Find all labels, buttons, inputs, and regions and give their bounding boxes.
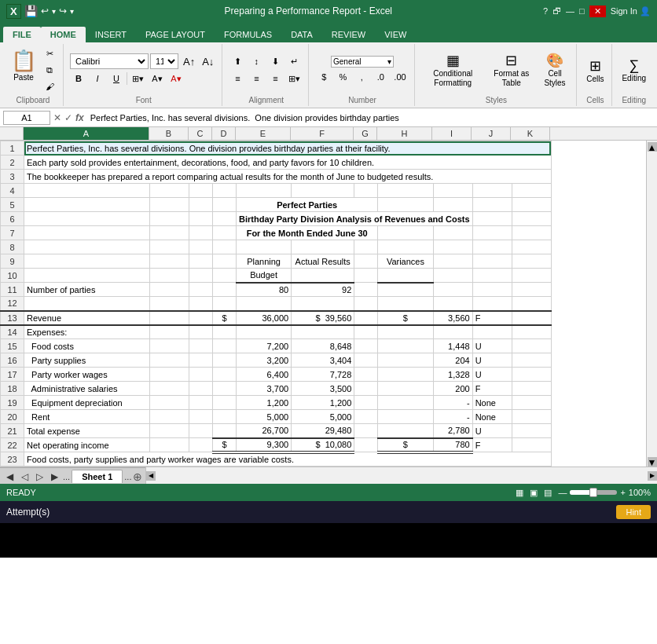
horizontal-scrollbar[interactable]: ◀ ▶ <box>145 467 657 484</box>
borders-button[interactable]: ⊞▾ <box>129 71 147 86</box>
maximize-button[interactable]: □ <box>579 6 585 16</box>
tab-view[interactable]: VIEW <box>375 27 416 42</box>
percent-button[interactable]: % <box>334 69 351 85</box>
align-top-button[interactable]: ⬆ <box>229 53 246 69</box>
cell-styles-button[interactable]: 🎨 Cell Styles <box>538 49 571 91</box>
align-left-button[interactable]: ≡ <box>229 71 246 86</box>
cell-d22[interactable]: $ <box>213 438 237 452</box>
cell-a14[interactable]: Expenses: <box>24 325 150 339</box>
cell-e19[interactable]: 1,200 <box>237 396 292 410</box>
hint-button[interactable]: Hint <box>616 505 651 519</box>
col-header-a[interactable]: A <box>24 127 149 140</box>
cell-i22[interactable]: 780 <box>433 438 472 452</box>
tab-page-layout[interactable]: PAGE LAYOUT <box>136 27 215 42</box>
cell-e17[interactable]: 6,400 <box>237 368 292 382</box>
cell-i21[interactable]: 2,780 <box>433 424 472 438</box>
cell-a4[interactable] <box>24 184 150 198</box>
cell-e15[interactable]: 7,200 <box>237 339 292 353</box>
col-header-c[interactable]: C <box>189 127 212 140</box>
number-format-selector[interactable]: General▾ <box>331 56 394 68</box>
paste-button[interactable]: 📋 Paste <box>8 46 39 94</box>
vertical-scrollbar[interactable]: ▲ ▼ <box>646 141 657 467</box>
undo-icon[interactable]: ↩ <box>41 5 49 16</box>
insert-function-icon[interactable]: fx <box>75 112 84 123</box>
cells-button[interactable]: ⊞ Cells <box>583 49 607 91</box>
col-header-h[interactable]: H <box>377 127 432 140</box>
comma-button[interactable]: , <box>353 69 370 85</box>
sign-in[interactable]: Sign In 👤 <box>611 6 651 16</box>
increase-font-size-button[interactable]: A↑ <box>180 53 198 69</box>
sheet-last-button[interactable]: ▶ <box>48 471 61 482</box>
cell-e13[interactable]: 36,000 <box>237 311 292 325</box>
tab-review[interactable]: REVIEW <box>322 27 375 42</box>
cell-i19[interactable]: - <box>433 396 472 410</box>
cell-i13[interactable]: 3,560 <box>433 311 472 325</box>
cell-a18[interactable]: Administrative salaries <box>24 382 150 396</box>
cell-j15[interactable]: U <box>472 339 512 353</box>
confirm-formula-icon[interactable]: ✓ <box>64 112 72 123</box>
cell-a15[interactable]: Food costs <box>24 339 150 353</box>
cell-e22[interactable]: 9,300 <box>237 438 292 452</box>
cell-a13[interactable]: Revenue <box>24 311 150 325</box>
minimize-button[interactable]: — <box>566 6 574 16</box>
cell-a2[interactable]: Each party sold provides entertainment, … <box>24 156 552 170</box>
align-center-button[interactable]: ≡ <box>248 71 265 86</box>
save-icon[interactable]: 💾 <box>24 5 38 17</box>
view-pagebreak-button[interactable]: ▤ <box>544 488 552 498</box>
cell-a11[interactable]: Number of parties <box>24 283 150 297</box>
zoom-in-button[interactable]: + <box>620 488 625 497</box>
cell-e21[interactable]: 26,700 <box>237 424 292 438</box>
cell-j17[interactable]: U <box>472 368 512 382</box>
cell-e6[interactable]: Birthday Party Division Analysis of Reve… <box>237 212 473 226</box>
cell-j19[interactable]: None <box>472 396 512 410</box>
cell-e5[interactable]: Perfect Parties <box>237 198 378 212</box>
cell-f16[interactable]: 3,404 <box>292 353 354 368</box>
view-page-button[interactable]: ▣ <box>530 488 538 498</box>
cell-reference-box[interactable] <box>3 111 50 125</box>
cell-f22[interactable]: $ 10,080 <box>292 438 354 452</box>
conditional-formatting-button[interactable]: ▦ Conditional Formatting <box>421 49 485 91</box>
tab-insert[interactable]: INSERT <box>86 27 136 42</box>
cell-i17[interactable]: 1,328 <box>433 368 472 382</box>
cell-f18[interactable]: 3,500 <box>292 382 354 396</box>
close-button[interactable]: ✕ <box>589 5 606 17</box>
cell-h22[interactable]: $ <box>378 438 433 452</box>
cell-a22[interactable]: Net operating income <box>24 438 150 452</box>
cell-f17[interactable]: 7,728 <box>292 368 354 382</box>
cell-j22[interactable]: F <box>472 438 512 452</box>
col-header-g[interactable]: G <box>354 127 377 140</box>
cell-a16[interactable]: Party supplies <box>24 353 150 368</box>
currency-button[interactable]: $ <box>315 69 332 85</box>
cell-f20[interactable]: 5,000 <box>292 410 354 424</box>
decrease-font-size-button[interactable]: A↓ <box>199 53 217 69</box>
cell-f13[interactable]: $ 39,560 <box>292 311 354 325</box>
cell-a3[interactable]: The bookkeeper has prepared a report com… <box>24 170 552 184</box>
add-sheet-button[interactable]: ⊕ <box>133 470 142 483</box>
col-header-d[interactable]: D <box>212 127 236 140</box>
cell-a23[interactable]: Food costs, party supplies and party wor… <box>24 452 552 467</box>
col-header-j[interactable]: J <box>472 127 511 140</box>
font-name-select[interactable]: Calibri <box>70 53 149 69</box>
sheet-first-button[interactable]: ◀ <box>3 471 17 482</box>
formula-input[interactable] <box>87 113 654 123</box>
cell-a21[interactable]: Total expense <box>24 424 150 438</box>
grid-scroll[interactable]: 1 Perfect Parties, Inc. has several divi… <box>0 141 646 467</box>
cell-e18[interactable]: 3,700 <box>237 382 292 396</box>
cell-j21[interactable]: U <box>472 424 512 438</box>
sheet-prev-button[interactable]: ◁ <box>18 471 31 482</box>
sheet-tab-1[interactable]: Sheet 1 <box>72 470 123 483</box>
tab-formulas[interactable]: FORMULAS <box>215 27 281 42</box>
cut-button[interactable]: ✂ <box>41 46 58 61</box>
zoom-slider[interactable] <box>570 490 617 495</box>
wrap-text-button[interactable]: ↵ <box>285 53 303 69</box>
tab-home[interactable]: HOME <box>41 27 86 42</box>
redo-icon[interactable]: ↪ <box>59 5 67 16</box>
cell-i15[interactable]: 1,448 <box>433 339 472 353</box>
font-color-button[interactable]: A▾ <box>167 71 185 86</box>
align-right-button[interactable]: ≡ <box>266 71 284 86</box>
cell-i18[interactable]: 200 <box>433 382 472 396</box>
cell-h13[interactable]: $ <box>378 311 433 325</box>
sheet-next-button[interactable]: ▷ <box>33 471 46 482</box>
cell-h9[interactable]: Variances <box>378 254 433 269</box>
scroll-up-button[interactable]: ▲ <box>648 142 657 152</box>
